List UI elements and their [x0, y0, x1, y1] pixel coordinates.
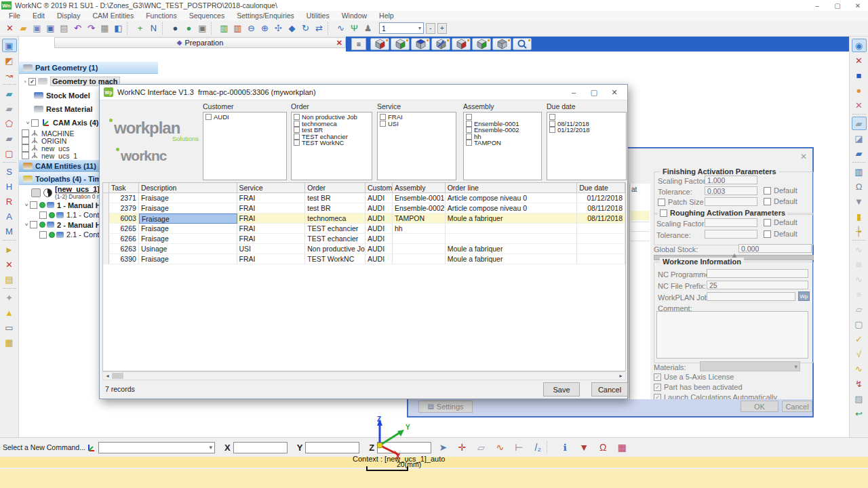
machine-sim-icon[interactable]: ▥ — [852, 165, 867, 178]
command-combo[interactable]: ▾ — [98, 442, 215, 453]
cell-customer[interactable]: AUDI — [366, 193, 393, 203]
menu-cam-entities[interactable]: CAM Entities — [86, 12, 140, 20]
cell-due-date[interactable] — [577, 254, 625, 264]
machine-icon[interactable]: M — [2, 224, 17, 238]
cell-due-date[interactable] — [577, 224, 625, 234]
dashed-sheet-icon[interactable]: ▢ — [852, 317, 867, 331]
close-button[interactable]: ✕ — [848, 0, 868, 11]
y-field[interactable] — [305, 442, 359, 453]
view-side-green-button[interactable] — [472, 38, 491, 50]
axes-move-icon[interactable]: + — [134, 22, 146, 35]
toolpath-view-icon[interactable]: ► — [2, 243, 17, 256]
cell-due-date[interactable]: 01/12/2018 — [577, 193, 625, 203]
mask-erase-icon[interactable]: ◩ — [2, 54, 17, 67]
cell-description[interactable]: Fraisage — [139, 203, 237, 214]
view-iso-red-button[interactable] — [370, 38, 389, 50]
part-activated-checkbox[interactable]: ✓Part has been activated — [654, 383, 743, 391]
table-row-task-6263[interactable]: 6263UsinageUSINon productive JobAUDIMoul… — [103, 244, 625, 254]
view-front-red-button[interactable] — [452, 38, 471, 50]
cell-assembly[interactable]: hh — [393, 224, 446, 234]
lightning-icon[interactable]: ▲ — [2, 306, 17, 319]
menu-utilities[interactable]: Utilities — [300, 12, 336, 20]
cell-order[interactable]: test BR — [305, 193, 366, 203]
roughing-scaling-field[interactable] — [705, 218, 757, 227]
activation-close-icon[interactable]: ✕ — [800, 152, 807, 161]
cell-order-line[interactable] — [446, 224, 577, 234]
save-as-icon[interactable]: ▣ — [31, 22, 43, 35]
filter-list-assembly[interactable]: Ensemble-0001Ensemble-0002hhTAMPON — [463, 112, 542, 180]
cell-task[interactable]: 6265 — [109, 224, 139, 234]
remove-part-icon[interactable]: ✕ — [852, 98, 867, 112]
cell-description[interactable]: Fraisage — [139, 193, 237, 203]
ghost-tp1-icon[interactable]: ∿ — [852, 243, 867, 256]
cell-description[interactable]: Usinage — [139, 244, 237, 254]
toolpath-delete-icon[interactable]: ✕ — [2, 258, 17, 271]
settings-button[interactable]: ▤ Settings — [418, 401, 473, 413]
cell-description[interactable]: Fraisage — [139, 234, 237, 244]
view-menu-button[interactable]: ≡ — [351, 38, 366, 50]
cell-order[interactable]: technomeca — [305, 214, 366, 224]
uturn-icon[interactable]: ↩ — [852, 407, 867, 420]
dialog-maximize-button[interactable]: ▢ — [584, 85, 604, 100]
curve-edit-icon[interactable]: ↝ — [2, 68, 17, 82]
magnet-icon[interactable]: Ω — [595, 441, 610, 454]
filter-option-usi[interactable]: USI — [378, 121, 456, 127]
tolerance-default-checkbox[interactable]: Default — [764, 186, 797, 195]
roughing-tolerance-field[interactable] — [705, 230, 757, 239]
roughing-scaling-default-checkbox[interactable]: Default — [764, 218, 797, 226]
cell-service[interactable]: FRAI — [237, 224, 306, 234]
save-button[interactable]: Save — [543, 382, 580, 396]
erase-note-icon[interactable]: ▱ — [473, 441, 488, 454]
scaling-factor-field[interactable]: 1.000 — [705, 176, 757, 184]
x-field[interactable] — [233, 442, 288, 453]
cell-due-date[interactable]: 08/11/2018 — [577, 214, 625, 224]
print-icon[interactable]: ▤ — [58, 22, 71, 35]
redo-icon[interactable]: ↷ — [85, 22, 98, 35]
menu-sequences[interactable]: Sequences — [183, 12, 231, 20]
table-row-task-2379[interactable]: 2379FraisageFRAItest BRAUDIEnsemble-0002… — [103, 203, 625, 214]
cell-order-line[interactable]: Article compose niveau 0 — [446, 203, 577, 214]
cell-order-line[interactable]: Moule a fabriquer — [446, 244, 577, 254]
patch-size-checkbox[interactable]: Patch Size — [658, 198, 704, 206]
tool-bit-icon[interactable]: ▼ — [852, 195, 867, 208]
close-doc-icon[interactable]: ✕ — [3, 22, 16, 35]
nc-file-prefix-field[interactable]: 25 — [707, 281, 808, 289]
cell-customer[interactable]: AUDI — [366, 254, 393, 264]
workzone-red-icon[interactable]: ⬠ — [2, 117, 17, 130]
color-sphere-icon[interactable]: ● — [182, 22, 195, 35]
cancel-button[interactable]: Cancel — [591, 382, 628, 396]
table-row-task-2371[interactable]: 2371FraisageFRAItest BRAUDIEnsemble-0001… — [103, 193, 625, 203]
view-top-gray-button[interactable] — [492, 38, 511, 50]
cell-customer[interactable]: AUDI — [366, 203, 393, 214]
cell-due-date[interactable] — [577, 234, 625, 244]
view-combine-icon[interactable]: ▣ — [2, 39, 17, 52]
scroll-thumb[interactable] — [112, 373, 123, 379]
stock-icon[interactable]: S — [2, 165, 17, 178]
tab-preparation[interactable]: ◆ Preparation ✕ — [54, 37, 346, 48]
view-iso-green-button[interactable] — [391, 38, 410, 50]
workplan-job-field[interactable] — [707, 292, 795, 301]
cell-task[interactable]: 2371 — [109, 193, 139, 203]
report-icon[interactable]: ▦ — [614, 441, 629, 454]
laptop-icon[interactable]: ▭ — [2, 321, 17, 334]
tool-wear-icon[interactable]: ▼ — [576, 441, 591, 454]
dialog-minimize-button[interactable]: – — [564, 85, 584, 100]
roughing-group-checkbox[interactable]: Roughing Activation Parameters — [658, 209, 787, 217]
cell-customer[interactable]: AUDI — [366, 214, 393, 224]
activation-ok-button[interactable]: OK — [741, 401, 778, 412]
tolerance-field[interactable]: 0.003 — [705, 186, 757, 195]
curve-color-icon[interactable]: ∿ — [492, 441, 507, 454]
cell-order-line[interactable] — [446, 234, 577, 244]
cell-service[interactable]: FRAI — [237, 234, 306, 244]
ghost-tp3-icon[interactable]: ∿ — [852, 272, 867, 286]
zoom-region-icon[interactable]: ⊕ — [258, 22, 271, 35]
delete-red-icon[interactable]: ✕ — [852, 54, 867, 67]
workzone-points-icon[interactable]: ▰ — [2, 131, 17, 145]
filter-option-tampon[interactable]: TAMPON — [464, 140, 541, 146]
info-sheet-icon[interactable]: ℹ — [557, 441, 572, 454]
tp-yellow3-icon[interactable]: ∿ — [852, 362, 867, 375]
cell-order[interactable]: Non productive Job — [305, 244, 366, 254]
tool-axis-icon[interactable]: ┾ — [852, 224, 867, 238]
cell-service[interactable]: FRAI — [237, 254, 306, 264]
cell-assembly[interactable]: Ensemble-0002 — [393, 203, 446, 214]
